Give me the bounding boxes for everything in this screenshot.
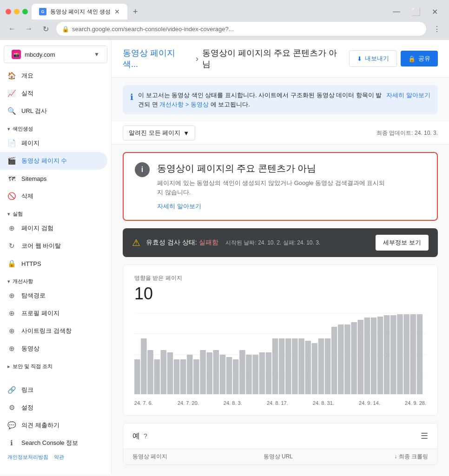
download-icon: ⬇ (357, 55, 362, 62)
restore-os-button[interactable]: ⬜ (406, 6, 426, 18)
sidebar-item-breadcrumbs[interactable]: ⊕ 탐색경로 (0, 287, 107, 304)
address-bar-row: ← → ↻ 🔒 search.google.com/search-console… (0, 20, 449, 40)
sidebar-item-feedback[interactable]: 💬 의견 제출하기 (0, 416, 107, 434)
section-improvements: ▾ 개선사항 (0, 272, 111, 287)
sidebar-item-links[interactable]: 🔗 링크 (0, 381, 107, 399)
error-description: 페이지에 있는 동영상의 색인이 생성되지 않았거나 Google 동영상 검색… (157, 178, 385, 197)
share-button[interactable]: 🔒 공유 (401, 51, 438, 66)
sidebar-item-page-experience[interactable]: ⊕ 페이지 검험 (0, 219, 107, 237)
terms-link[interactable]: 약관 (54, 454, 64, 461)
breadcrumb-current: 동영상이 페이지의 주요 콘텐츠가 아님 (202, 47, 343, 70)
privacy-link[interactable]: 개인정보처리방침 (7, 454, 48, 461)
svg-rect-22 (220, 355, 226, 394)
lock-icon: 🔒 (62, 26, 69, 33)
details-button[interactable]: 세부정보 보기 (376, 235, 429, 251)
filter-arrow-icon: ▼ (183, 130, 189, 137)
svg-rect-26 (246, 355, 252, 394)
learn-more-banner[interactable]: 자세히 알아보기 (386, 91, 430, 100)
sidebar-label-breadcrumbs: 탐색경로 (21, 291, 46, 300)
svg-rect-49 (397, 314, 403, 394)
sidebar-item-settings[interactable]: ⚙ 설정 (0, 399, 107, 416)
table-filter-icon[interactable]: ☰ (421, 431, 428, 441)
pages-icon: 📄 (7, 139, 16, 147)
sidebar-item-profile-page[interactable]: ⊕ 프로필 페이지 (0, 304, 107, 322)
svg-rect-23 (226, 357, 232, 394)
performance-icon: 📈 (7, 89, 16, 98)
minimize-button[interactable] (14, 9, 20, 14)
sidebar-item-video-improvements[interactable]: ⊕ 동영상 (0, 340, 107, 357)
svg-rect-13 (161, 350, 167, 394)
tab-title: 동영상 페이지 색인 생성 (50, 8, 111, 16)
svg-rect-34 (298, 338, 304, 394)
sidebar-item-core-web[interactable]: ↻ 코어 웹 바이탈 (0, 237, 107, 255)
svg-rect-12 (154, 359, 160, 394)
validation-bar: ⚠ 유효성 검사 상태: 실패함 시작된 날짜: 24. 10. 2. 실패: … (123, 228, 438, 257)
svg-rect-45 (371, 317, 377, 394)
maximize-button[interactable] (22, 9, 28, 14)
back-button[interactable]: ← (6, 22, 19, 35)
sidebar-item-https[interactable]: 🔒 HTTPS (0, 255, 107, 272)
sidebar-item-performance[interactable]: 📈 실적 (0, 85, 107, 102)
sidebar-item-about[interactable]: ℹ Search Console 정보 (0, 434, 107, 452)
svg-rect-24 (233, 359, 239, 394)
section-toggle-security[interactable]: ▸ (7, 364, 10, 369)
x-label-2: 24. 8. 3. (224, 400, 242, 406)
bar-chart: 12 8 4 0 (134, 313, 426, 397)
info-banner-icon: ℹ (130, 91, 133, 104)
reload-button[interactable]: ↻ (39, 22, 52, 35)
col-last-crawl: ↓ 최종 크롤링 (394, 453, 428, 461)
share-label: 공유 (418, 54, 430, 63)
sitelinks-icon: ⊕ (7, 327, 16, 335)
x-label-4: 24. 8. 31. (313, 400, 334, 406)
forward-button[interactable]: → (22, 22, 35, 35)
section-label-improvements: 개선사항 (13, 278, 33, 285)
x-label-6: 24. 9. 28. (405, 400, 426, 406)
section-toggle-indexing[interactable]: ▾ (7, 126, 10, 132)
chart-count: 10 (134, 284, 426, 304)
site-selector[interactable]: 📸 mbcdy.com ▼ (4, 46, 107, 63)
section-toggle-improvements[interactable]: ▾ (7, 279, 10, 284)
svg-rect-30 (272, 338, 278, 394)
video-icon: 🎬 (7, 157, 16, 165)
section-label-experience: 실험 (13, 211, 23, 218)
minimize-os-button[interactable]: — (387, 6, 406, 18)
window-controls[interactable] (6, 9, 28, 14)
main-nav: 🏠 개요 📈 실적 🔍 URL 검사 (0, 67, 111, 120)
sidebar-label-core-web: 코어 웹 바이탈 (21, 242, 61, 250)
tab-close-icon[interactable]: ✕ (114, 8, 120, 15)
sidebar-item-pages[interactable]: 📄 페이지 (0, 134, 107, 152)
sidebar-item-sitelinks-search[interactable]: ⊕ 사이트링크 검색창 (0, 322, 107, 340)
close-button[interactable] (6, 9, 11, 14)
svg-rect-32 (285, 338, 291, 394)
svg-rect-9 (134, 359, 140, 394)
sidebar-label-settings: 설정 (21, 403, 33, 412)
svg-rect-43 (357, 320, 363, 394)
section-label-security: 보안 및 직접 조치 (13, 363, 53, 370)
lock-share-icon: 🔒 (408, 55, 416, 62)
active-tab[interactable]: G 동영상 페이지 색인 생성 ✕ (32, 4, 127, 20)
tab-bar: G 동영상 페이지 색인 생성 ✕ + (32, 4, 383, 20)
sidebar-item-overview[interactable]: 🏠 개요 (0, 67, 107, 85)
section-toggle-experience[interactable]: ▾ (7, 212, 10, 217)
sidebar-item-video-pages[interactable]: 🎬 동영상 페이지 수 (0, 152, 107, 170)
address-bar[interactable]: 🔒 search.google.com/search-console/video… (56, 21, 427, 36)
info-link[interactable]: 개선사항 > 동영상 (159, 101, 209, 108)
filter-dropdown[interactable]: 알려진 모든 페이지 ▼ (123, 126, 195, 140)
new-tab-button[interactable]: + (129, 5, 142, 19)
chart-label: 영향을 받은 페이지 (134, 274, 426, 282)
svg-rect-16 (180, 359, 186, 394)
svg-rect-33 (292, 338, 298, 394)
help-icon[interactable]: ? (144, 432, 147, 440)
sidebar-item-sitemaps[interactable]: 🗺 Sitemaps (0, 170, 107, 187)
export-button[interactable]: ⬇ 내보내기 (349, 50, 397, 67)
sidebar-label-profile: 프로필 페이지 (21, 309, 59, 317)
sidebar-item-url-inspection[interactable]: 🔍 URL 검사 (0, 102, 107, 120)
os-window-controls[interactable]: — ⬜ ✕ (387, 6, 443, 18)
sidebar-item-removals[interactable]: 🚫 삭제 (0, 187, 107, 205)
extensions-button[interactable]: ⋮ (430, 22, 443, 35)
close-os-button[interactable]: ✕ (426, 6, 443, 18)
error-learn-more-link[interactable]: 자세히 알아보기 (157, 202, 385, 211)
info-icon: ℹ (7, 439, 16, 447)
breadcrumb-link[interactable]: 동영상 페이지 색... (123, 47, 192, 70)
validation-status-prefix: 유효성 검사 상태: (146, 238, 197, 246)
